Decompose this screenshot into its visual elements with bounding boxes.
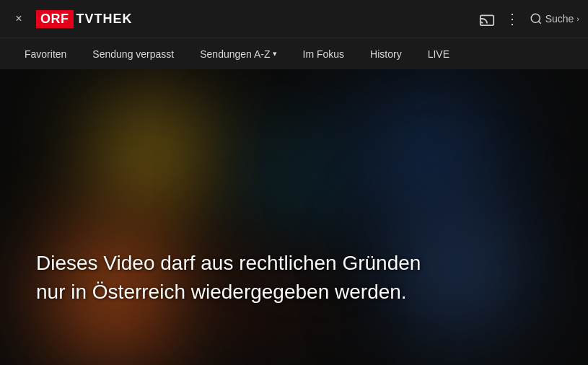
logo-area: ORF TVTHEK	[36, 10, 133, 28]
more-icon[interactable]: ⋮	[505, 10, 519, 27]
search-label: Suche	[545, 13, 574, 25]
navigation: Favoriten Sendung verpasst Sendungen A-Z…	[0, 38, 588, 69]
background-blobs	[0, 69, 588, 365]
tvthek-label: TVTHEK	[76, 12, 133, 27]
cast-icon[interactable]	[479, 11, 495, 27]
geo-restriction-text: Dieses Video darf aus rechtlichen Gründe…	[36, 249, 552, 307]
video-area: Dieses Video darf aus rechtlichen Gründe…	[0, 69, 588, 365]
nav-item-history[interactable]: History	[357, 38, 415, 69]
nav-item-im-fokus[interactable]: Im Fokus	[290, 38, 358, 69]
svg-point-1	[480, 24, 481, 25]
close-button[interactable]: ×	[9, 9, 29, 29]
search-button[interactable]: Suche ›	[530, 12, 579, 25]
nav-item-favoriten[interactable]: Favoriten	[12, 38, 79, 69]
header-icons: ⋮ Suche ›	[479, 10, 579, 27]
svg-point-2	[531, 14, 540, 22]
header: × ORF TVTHEK ⋮ Suche ›	[0, 0, 588, 38]
svg-rect-0	[480, 15, 493, 25]
nav-item-live[interactable]: LIVE	[415, 38, 462, 69]
orf-logo: ORF	[36, 10, 74, 28]
nav-item-sendung-verpasst[interactable]: Sendung verpasst	[79, 38, 187, 69]
search-chevron: ›	[576, 14, 579, 23]
geo-restriction-message: Dieses Video darf aus rechtlichen Gründe…	[36, 249, 552, 307]
nav-item-sendungen-az[interactable]: Sendungen A-Z	[187, 38, 289, 69]
